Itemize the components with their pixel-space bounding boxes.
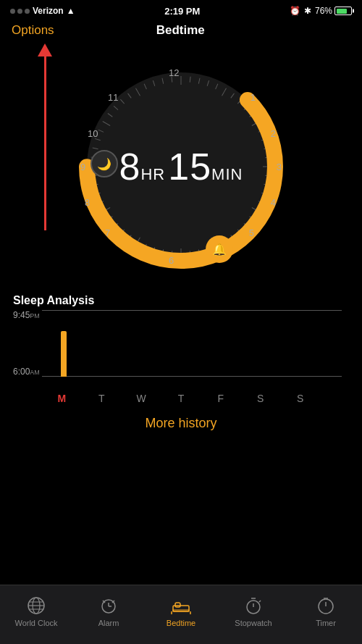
clock-container: 12 1 2 3 4 5 6 7 8 9 10 11 8HR15MIN 🌙 🔔: [0, 51, 362, 283]
chart-container: 9:45PM 6:00AM: [13, 310, 349, 390]
wake-handle[interactable]: 🔔: [206, 235, 233, 263]
arrow-head: [38, 43, 52, 57]
timer-icon: [316, 595, 336, 616]
bottom-time: 6:00: [13, 367, 30, 377]
clock-num-2: 2: [271, 128, 276, 139]
day-label-sat: S: [240, 393, 280, 404]
minutes-value: 15: [168, 145, 211, 188]
tab-stopwatch-label: Stopwatch: [235, 619, 272, 627]
clock-ring[interactable]: 12 1 2 3 4 5 6 7 8 9 10 11 8HR15MIN 🌙 🔔: [76, 62, 286, 272]
chart-area: [42, 310, 342, 377]
chart-top-label: 9:45PM: [13, 310, 40, 320]
clock-num-5: 5: [249, 227, 254, 238]
chart-bottom-label: 6:00AM: [13, 367, 40, 377]
hr-label: HR: [140, 165, 165, 184]
options-button[interactable]: Options: [12, 23, 54, 38]
day-col-tue: [85, 310, 127, 377]
bar-mon: [61, 331, 67, 377]
day-col-fri: [214, 310, 256, 377]
status-time: 2:19 PM: [164, 6, 200, 17]
wifi-icon: ▲: [67, 6, 75, 16]
day-col-thu: [170, 310, 213, 377]
bottom-ampm: AM: [30, 369, 40, 376]
day-label-mon: M: [42, 393, 82, 404]
day-col-sun: [299, 310, 342, 377]
wake-icon: 🔔: [212, 243, 227, 256]
bedtime-icon: [171, 595, 191, 616]
page-title: Bedtime: [156, 23, 205, 38]
battery-fill: [337, 9, 347, 14]
sleep-handle[interactable]: 🌙: [90, 150, 118, 177]
sleep-analysis: Sleep Analysis 9:45PM 6:00AM M: [0, 283, 362, 407]
nav-header: Options Bedtime: [0, 20, 362, 43]
bluetooth-icon: ✱: [304, 6, 311, 16]
battery-icon: [334, 7, 352, 15]
alarm-status-icon: ⏰: [290, 6, 300, 16]
clock-num-4: 4: [271, 197, 276, 208]
status-left: Verizon ▲: [10, 6, 75, 16]
clock-num-1: 1: [251, 92, 256, 103]
day-labels: M T W T F S S: [13, 390, 349, 407]
day-col-sat: [256, 310, 299, 377]
carrier-label: Verizon: [33, 6, 64, 16]
tab-bedtime[interactable]: Bedtime: [145, 595, 217, 627]
day-bars: [42, 310, 342, 377]
sleep-analysis-title: Sleep Analysis: [13, 294, 349, 307]
clock-num-7: 7: [105, 227, 110, 238]
clock-num-10: 10: [88, 128, 98, 139]
hours-value: 8: [119, 145, 141, 188]
battery-percent: 76%: [315, 6, 332, 16]
day-label-sun: S: [280, 393, 320, 404]
arrow-line: [44, 57, 46, 230]
sleep-duration: 8HR15MIN: [119, 145, 243, 188]
day-col-wed: [127, 310, 170, 377]
min-label: MIN: [211, 165, 243, 184]
signal-dots: [10, 9, 30, 14]
day-label-thu: T: [161, 393, 201, 404]
tab-timer-label: Timer: [316, 619, 336, 627]
svg-line-80: [259, 601, 261, 602]
tab-world-clock[interactable]: World Clock: [0, 595, 72, 627]
clock-num-12: 12: [169, 67, 179, 78]
tab-alarm-label: Alarm: [98, 619, 119, 627]
world-clock-icon: [26, 595, 46, 616]
alarm-icon: [98, 595, 119, 616]
status-right: ⏰ ✱ 76%: [290, 6, 352, 16]
svg-rect-73: [173, 610, 189, 611]
clock-num-3: 3: [277, 162, 282, 172]
clock-num-6: 6: [169, 255, 174, 266]
day-label-wed: W: [122, 393, 161, 404]
svg-rect-74: [175, 603, 180, 607]
tab-bar: World Clock Alarm Bedtime Stopwat: [0, 585, 362, 644]
top-ampm: PM: [30, 312, 40, 319]
day-label-fri: F: [201, 393, 240, 404]
tab-bedtime-label: Bedtime: [167, 619, 195, 627]
dot2: [17, 9, 22, 14]
top-time: 9:45: [13, 310, 30, 320]
clock-time-display: 8HR15MIN: [119, 145, 243, 188]
battery: 76%: [315, 6, 352, 16]
options-arrow: [38, 43, 52, 246]
more-history-button[interactable]: More history: [0, 407, 362, 440]
clock-num-8: 8: [85, 197, 90, 208]
dot3: [25, 9, 30, 14]
clock-num-9: 9: [80, 162, 85, 172]
status-bar: Verizon ▲ 2:19 PM ⏰ ✱ 76%: [0, 0, 362, 20]
tab-timer[interactable]: Timer: [290, 595, 362, 627]
day-label-tue: T: [82, 393, 122, 404]
tab-alarm[interactable]: Alarm: [72, 595, 145, 627]
clock-num-11: 11: [108, 92, 118, 103]
tab-world-clock-label: World Clock: [14, 619, 57, 627]
dot1: [10, 9, 15, 14]
day-col-mon: [42, 310, 85, 377]
stopwatch-icon: [243, 595, 264, 616]
sleep-icon: 🌙: [97, 157, 111, 171]
tab-stopwatch[interactable]: Stopwatch: [217, 595, 290, 627]
